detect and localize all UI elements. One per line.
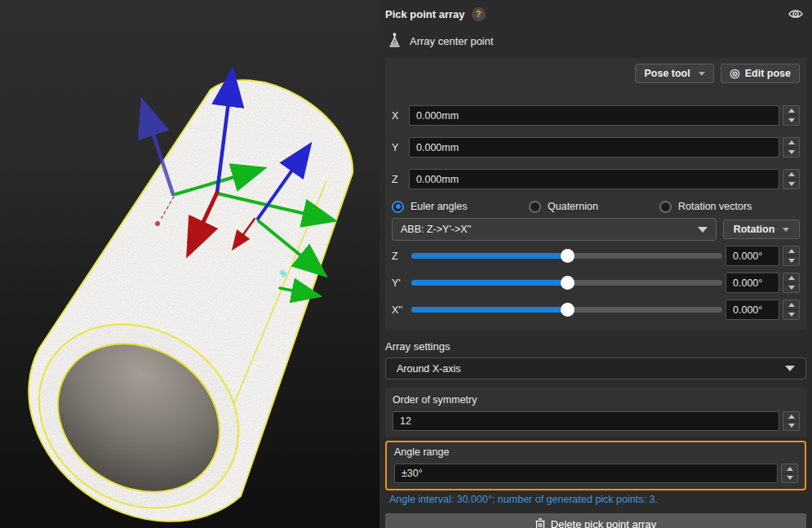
order-of-symmetry-label: Order of symmetry [393,394,800,406]
delete-button-label: Delete pick point array [551,518,656,528]
euler-convention-select[interactable]: ABB: Z->Y'->X'' [392,218,717,241]
order-of-symmetry-group: Order of symmetry 12 [385,388,806,437]
pose-editor-group: Pose tool Edit pose X 0.000mm [385,58,806,330]
panel-title: Pick point array [385,8,465,20]
chevron-down-icon [699,72,705,76]
slider-z-spinner [783,246,800,266]
chevron-down-icon [785,366,795,371]
radio-dot [392,201,404,213]
coord-row-z: Z 0.000mm [392,169,800,189]
slider-y1[interactable] [411,280,722,286]
angle-range-input[interactable]: ±30° [394,464,778,483]
value-text: 0.000° [733,277,762,289]
slider-handle[interactable] [561,249,575,263]
rotation-button[interactable]: Rotation [723,220,800,239]
value-text: 0.000° [733,304,762,316]
array-settings-label: Array settings [385,340,806,353]
slider-y1-spinner [783,273,800,293]
delete-pick-point-array-button[interactable]: Delete pick point array [385,513,806,528]
radio-quaternion[interactable]: Quaternion [529,201,659,213]
array-mode-select[interactable]: Around X-axis [385,357,806,379]
spin-down-button[interactable] [783,421,799,431]
spin-down-button[interactable] [782,473,797,483]
x-input[interactable]: 0.000mm [409,105,779,126]
help-icon[interactable]: ? [472,7,486,21]
slider-row-y1: Y' 0.000° [392,273,800,293]
slider-y1-label: Y' [392,277,411,289]
radio-euler-angles[interactable]: Euler angles [392,201,529,213]
spin-up-button[interactable] [783,138,799,147]
angle-interval-info: Angle interval: 30.000°; number of gener… [389,494,806,506]
slider-z-value[interactable]: 0.000° [725,246,779,266]
edit-pose-icon [730,69,740,79]
array-center-point-icon [388,33,402,49]
slider-fill [411,280,567,286]
y-value: 0.000mm [416,142,459,153]
angle-range-label: Angle range [394,446,798,458]
slider-fill [411,253,567,259]
app-window: Pick point array ? Array center point [0,0,812,528]
3d-viewport[interactable] [0,0,379,528]
spin-down-button[interactable] [783,282,799,292]
angle-range-value: ±30° [402,468,423,479]
chevron-down-icon [698,227,708,233]
pose-tool-button[interactable]: Pose tool [635,64,713,83]
spin-up-button[interactable] [783,412,799,421]
radio-dot [659,201,672,213]
visibility-eye-icon[interactable] [788,7,804,20]
spin-up-button[interactable] [782,464,797,473]
spin-up-button[interactable] [783,273,799,282]
spin-down-button[interactable] [783,309,799,319]
slider-handle[interactable] [561,276,575,290]
slider-x2-spinner [783,299,800,320]
pick-point-array-panel: Pick point array ? Array center point [379,0,812,528]
x-spinner [783,105,800,126]
coord-row-y: Y 0.000mm [392,137,800,158]
spin-up-button[interactable] [783,106,799,115]
edit-pose-label: Edit pose [745,68,791,79]
radio-rotation-vectors[interactable]: Rotation vectors [659,201,752,213]
radio-label: Quaternion [548,201,598,212]
cylinder-point-cloud [4,65,367,528]
slider-z-label: Z [392,251,411,262]
radio-dot [529,201,541,213]
spin-up-button[interactable] [783,170,799,179]
y-input[interactable]: 0.000mm [409,137,779,158]
z-axis-label: Z [392,174,409,185]
radio-label: Rotation vectors [678,201,752,212]
y-axis-label: Y [392,142,409,153]
order-of-symmetry-input[interactable]: 12 [393,411,779,431]
array-center-point-label: Array center point [410,35,494,47]
x-value: 0.000mm [416,110,459,122]
slider-y1-value[interactable]: 0.000° [725,273,779,293]
slider-row-x2: X'' 0.000° [392,299,800,320]
order-value: 12 [400,415,411,427]
slider-x2[interactable] [411,307,722,313]
trash-icon [535,518,545,528]
point-cloud-scene [0,0,379,528]
slider-x2-value[interactable]: 0.000° [725,299,779,320]
array-mode-value: Around X-axis [397,363,461,375]
slider-fill [411,307,567,313]
chevron-down-icon [783,228,789,232]
spin-up-button[interactable] [783,246,799,255]
spin-down-button[interactable] [783,147,799,157]
radio-label: Euler angles [410,201,468,212]
spin-down-button[interactable] [783,115,799,125]
array-center-point-row: Array center point [379,29,812,52]
coord-row-x: X 0.000mm [392,105,800,126]
rotation-label: Rotation [734,224,775,235]
slider-row-z: Z 0.000° [392,246,800,266]
slider-handle[interactable] [561,303,575,317]
spin-up-button[interactable] [783,300,799,309]
panel-header: Pick point array ? [379,0,812,28]
spin-down-button[interactable] [783,255,799,265]
edit-pose-button[interactable]: Edit pose [721,64,800,83]
angle-range-spinner [781,464,798,483]
z-input[interactable]: 0.000mm [409,169,779,189]
slider-z[interactable] [411,253,722,259]
slider-x2-label: X'' [392,304,411,316]
value-text: 0.000° [733,251,762,262]
spin-down-button[interactable] [783,179,799,189]
z-value: 0.000mm [416,174,459,185]
